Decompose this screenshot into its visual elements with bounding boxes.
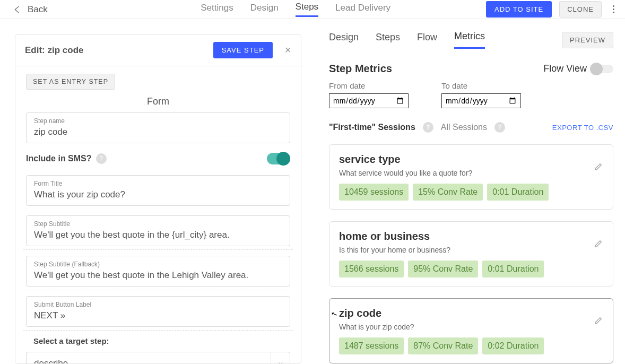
target-step-value: describe [27,358,271,363]
flow-view-label: Flow View [543,63,587,74]
sessions-chip: 1487 sessions [339,337,404,354]
metric-card-subtitle: What is your zip code? [339,323,603,331]
submit-button-label-input[interactable] [34,310,282,321]
pencil-icon[interactable] [594,239,603,248]
metric-card-subtitle: Is this for your home or business? [339,246,603,254]
duration-chip: 0:01 Duration [487,184,549,201]
panel-title: Edit: zip code [25,45,84,56]
save-step-button[interactable]: SAVE STEP [213,42,273,58]
metric-card[interactable]: home or business Is this for your home o… [329,221,613,287]
help-icon[interactable]: ? [96,153,107,164]
conv-rate-chip: 95% Conv Rate [408,261,478,278]
close-icon[interactable]: ✕ [284,45,291,55]
nav-steps[interactable]: Steps [296,2,318,17]
submit-button-label-label: Submit Button Label [34,301,282,308]
metric-card-title: home or business [339,230,603,242]
step-name-input[interactable] [34,127,282,137]
from-date-input[interactable] [329,93,409,108]
include-sms-label: Include in SMS? [26,154,92,163]
tab-flow[interactable]: Flow [417,32,437,48]
pencil-icon[interactable] [594,316,603,325]
form-heading: Form [26,96,290,107]
step-metrics-title: Step Metrics [329,63,392,75]
preview-button[interactable]: PREVIEW [562,32,613,48]
clone-button[interactable]: CLONE [559,1,602,18]
conv-rate-chip: 15% Conv Rate [413,184,483,201]
step-subtitle-fallback-input[interactable] [34,270,282,281]
metric-card[interactable]: zip code What is your zip code? 1487 ses… [329,298,613,363]
tab-steps[interactable]: Steps [376,32,400,48]
form-title-field[interactable]: Form Title [26,175,290,206]
step-subtitle-fallback-field[interactable]: Step Subtitle (Fallback) [26,256,290,287]
sessions-chip: 10459 sessions [339,184,409,201]
nav-lead-delivery[interactable]: Lead Delivery [335,3,390,16]
back-link[interactable]: Back [13,4,48,15]
duration-chip: 0:01 Duration [482,261,544,278]
more-menu-icon[interactable] [609,3,618,15]
help-icon[interactable]: ? [423,122,433,133]
tab-metrics[interactable]: Metrics [454,31,485,49]
target-step-select[interactable]: describe [26,352,290,363]
sessions-chip: 1566 sessions [339,261,404,278]
include-sms-toggle[interactable] [267,153,290,164]
form-title-label: Form Title [34,180,282,187]
pencil-icon[interactable] [594,162,603,171]
to-date-input[interactable] [441,93,521,108]
export-csv-link[interactable]: EXPORT TO .CSV [552,124,613,132]
conv-rate-chip: 87% Conv Rate [408,337,478,354]
arrow-left-icon [13,5,22,14]
metric-card-title: zip code [339,307,603,319]
metric-card-title: service type [339,153,603,166]
add-to-site-button[interactable]: ADD TO SITE [486,1,552,18]
edit-step-panel: Edit: zip code SAVE STEP ✕ SET AS ENTRY … [15,34,301,364]
nav-settings[interactable]: Settings [201,3,233,16]
help-icon[interactable]: ? [494,122,505,133]
submit-button-label-field[interactable]: Submit Button Label [26,296,290,327]
back-label: Back [28,4,48,15]
tab-design[interactable]: Design [329,32,359,48]
first-time-sessions-tab[interactable]: "First-time" Sessions? [329,122,433,133]
form-title-input[interactable] [34,189,282,200]
step-subtitle-field[interactable]: Step Subtitle [26,215,290,246]
nav-design[interactable]: Design [250,3,279,16]
step-subtitle-input[interactable] [34,230,282,240]
step-name-label: Step name [34,117,282,125]
step-subtitle-label: Step Subtitle [34,220,282,228]
from-date-label: From date [329,81,409,90]
step-subtitle-fallback-label: Step Subtitle (Fallback) [34,261,282,268]
set-entry-step-button[interactable]: SET AS ENTRY STEP [26,74,115,90]
metric-card[interactable]: service type What service would you like… [329,144,613,210]
duration-chip: 0:02 Duration [482,337,544,354]
target-step-label: Select a target step: [33,336,290,345]
to-date-label: To date [441,81,521,90]
step-name-field[interactable]: Step name [26,112,290,143]
chevron-down-icon [271,352,290,363]
all-sessions-tab[interactable]: All Sessions? [441,122,505,133]
metric-card-subtitle: What service would you like a quote for? [339,169,603,177]
flow-view-toggle[interactable] [592,65,613,73]
top-nav: Settings Design Steps Lead Delivery [201,2,390,17]
